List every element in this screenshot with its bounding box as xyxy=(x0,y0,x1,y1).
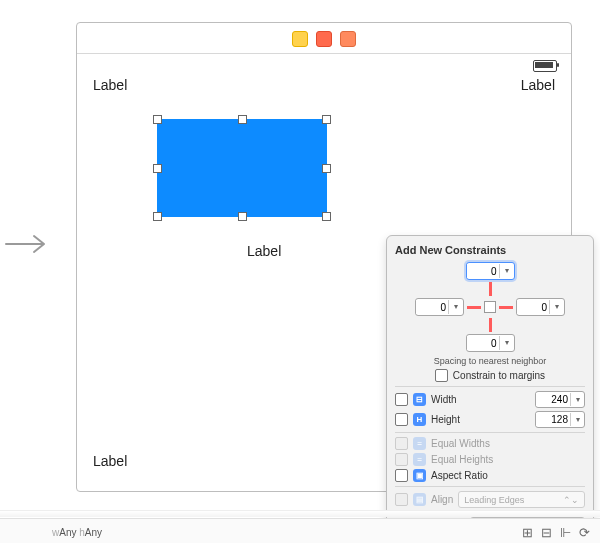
separator xyxy=(395,486,585,487)
updown-icon: ⌃⌄ xyxy=(563,495,579,505)
left-spacing-field[interactable]: ▾ xyxy=(415,298,464,316)
resize-handle[interactable] xyxy=(153,212,162,221)
toolbar-button-red[interactable] xyxy=(316,31,332,47)
align-icon: ▤ xyxy=(413,493,426,506)
chevron-down-icon[interactable]: ▾ xyxy=(448,300,463,314)
stack-icon[interactable]: ⊞ xyxy=(522,525,533,540)
resize-handle[interactable] xyxy=(153,164,162,173)
equal-widths-icon: = xyxy=(413,437,426,450)
canvas-label-center[interactable]: Label xyxy=(247,243,281,259)
equal-widths-label: Equal Widths xyxy=(431,438,490,449)
spacing-controls: ▾ ▾ ▾ ▾ xyxy=(395,262,585,352)
bottom-bar: wAny hAny ⊞ ⊟ ⊩ ⟳ xyxy=(0,518,600,543)
height-icon: H xyxy=(413,413,426,426)
equal-heights-icon: = xyxy=(413,453,426,466)
size-class-control[interactable]: wAny hAny xyxy=(52,527,102,538)
height-field[interactable]: ▾ xyxy=(535,411,585,428)
bottom-spacing-field[interactable]: ▾ xyxy=(466,334,515,352)
canvas-label-top-left[interactable]: Label xyxy=(93,77,127,93)
constrain-margins-label: Constrain to margins xyxy=(453,370,545,381)
top-spacing-field[interactable]: ▾ xyxy=(466,262,515,280)
chevron-down-icon[interactable]: ▾ xyxy=(499,264,514,278)
popover-title: Add New Constraints xyxy=(395,244,585,256)
equal-widths-checkbox xyxy=(395,437,408,450)
width-checkbox[interactable] xyxy=(395,393,408,406)
separator xyxy=(395,386,585,387)
aspect-ratio-label: Aspect Ratio xyxy=(431,470,488,481)
height-input[interactable] xyxy=(536,413,570,426)
top-strut-icon[interactable] xyxy=(489,282,492,296)
battery-icon xyxy=(533,60,557,72)
align-label: Align xyxy=(431,494,453,505)
separator xyxy=(395,432,585,433)
toolbar-button-yellow[interactable] xyxy=(292,31,308,47)
width-label: Width xyxy=(431,394,457,405)
resize-handle[interactable] xyxy=(153,115,162,124)
align-tool-icon[interactable]: ⊟ xyxy=(541,525,552,540)
align-checkbox xyxy=(395,493,408,506)
align-selected-option: Leading Edges xyxy=(464,495,524,505)
height-checkbox[interactable] xyxy=(395,413,408,426)
forward-arrow-icon xyxy=(4,230,52,258)
equal-heights-label: Equal Heights xyxy=(431,454,493,465)
left-strut-icon[interactable] xyxy=(467,306,481,309)
divider xyxy=(0,510,600,517)
top-spacing-input[interactable] xyxy=(467,264,499,278)
bottom-strut-icon[interactable] xyxy=(489,318,492,332)
right-spacing-input[interactable] xyxy=(517,300,549,314)
center-box-icon xyxy=(484,301,496,313)
canvas-toolbar xyxy=(77,23,571,54)
chevron-down-icon[interactable]: ▾ xyxy=(570,413,584,426)
width-icon: ⊟ xyxy=(413,393,426,406)
resize-handle[interactable] xyxy=(322,212,331,221)
resize-handle[interactable] xyxy=(322,115,331,124)
chevron-down-icon[interactable]: ▾ xyxy=(570,393,584,406)
canvas-label-top-right[interactable]: Label xyxy=(521,77,555,93)
bottom-spacing-input[interactable] xyxy=(467,336,499,350)
pin-icon[interactable]: ⊩ xyxy=(560,525,571,540)
right-spacing-field[interactable]: ▾ xyxy=(516,298,565,316)
left-spacing-input[interactable] xyxy=(416,300,448,314)
canvas-toolbar-buttons xyxy=(292,31,356,47)
resize-handle[interactable] xyxy=(238,115,247,124)
width-input[interactable] xyxy=(536,393,570,406)
constrain-margins-checkbox[interactable] xyxy=(435,369,448,382)
resize-handle[interactable] xyxy=(238,212,247,221)
aspect-ratio-checkbox[interactable] xyxy=(395,469,408,482)
right-strut-icon[interactable] xyxy=(499,306,513,309)
width-field[interactable]: ▾ xyxy=(535,391,585,408)
canvas-label-bottom-left[interactable]: Label xyxy=(93,453,127,469)
selected-view[interactable] xyxy=(157,119,327,217)
height-label: Height xyxy=(431,414,460,425)
equal-heights-checkbox xyxy=(395,453,408,466)
resolve-icon[interactable]: ⟳ xyxy=(579,525,590,540)
toolbar-button-orange[interactable] xyxy=(340,31,356,47)
layout-toolbar: ⊞ ⊟ ⊩ ⟳ xyxy=(522,525,590,540)
align-select: Leading Edges ⌃⌄ xyxy=(458,491,585,508)
width-val: Any xyxy=(59,527,76,538)
chevron-down-icon[interactable]: ▾ xyxy=(549,300,564,314)
chevron-down-icon[interactable]: ▾ xyxy=(499,336,514,350)
resize-handle[interactable] xyxy=(322,164,331,173)
add-constraints-popover: Add New Constraints ▾ ▾ ▾ xyxy=(386,235,594,543)
aspect-ratio-icon: ▣ xyxy=(413,469,426,482)
height-val: Any xyxy=(85,527,102,538)
spacing-caption: Spacing to nearest neighbor xyxy=(395,356,585,366)
